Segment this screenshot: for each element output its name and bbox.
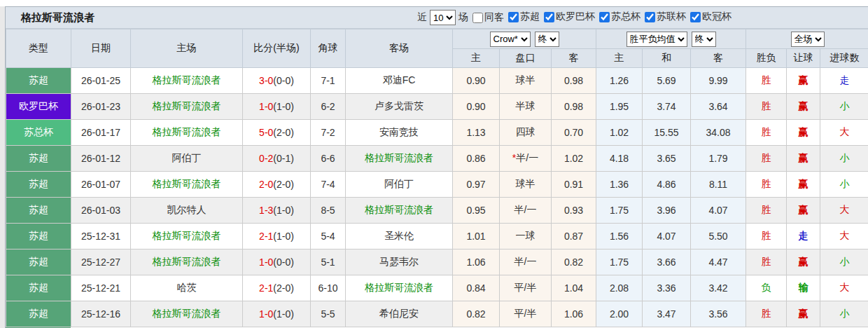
col-header-corner: 角球 [311, 29, 346, 68]
league-filter-checkbox[interactable] [599, 12, 610, 22]
scope-select[interactable]: 全场 [791, 32, 825, 47]
home-team-cell[interactable]: 格拉斯哥流浪者 [131, 68, 243, 94]
half-time-score: (0-1) [273, 153, 294, 164]
col-header-type: 类型 [6, 29, 71, 68]
home-team-cell[interactable]: 格拉斯哥流浪者 [131, 172, 243, 198]
handicap-text: 半/一 [514, 204, 537, 215]
corner-score: 8-5 [311, 198, 346, 224]
avg-away-odds: 5.50 [691, 224, 746, 250]
away-team-cell[interactable]: 圣米伦 [346, 224, 453, 250]
away-team-cell[interactable]: 安南竞技 [346, 120, 453, 146]
league-filter-4[interactable]: 欧冠杯 [690, 11, 732, 23]
half-time-score: (1-0) [273, 308, 294, 320]
table-row: 苏超25-12-21哈茨2-1(2-0)6-10格拉斯哥流浪者0.84平/半1.… [6, 275, 868, 301]
home-team-cell[interactable]: 格拉斯哥流浪者 [131, 250, 243, 275]
subcol-handicap: 盘口 [500, 49, 552, 68]
handicap-home-odds: 0.95 [453, 198, 500, 224]
avg-home-odds: 1.95 [596, 94, 643, 120]
table-row: 苏超25-12-16格拉斯哥流浪者1-0(1-0)5-5希伯尼安0.82平/半1… [6, 301, 868, 327]
handicap-away-odds: 0.70 [552, 120, 596, 146]
home-team-cell[interactable]: 格拉斯哥流浪者 [131, 120, 243, 146]
away-team-name: 马瑟韦尔 [379, 256, 419, 267]
left-gutter [0, 6, 5, 328]
match-date: 25-12-16 [71, 301, 131, 327]
avg-draw-odds: 3.74 [643, 94, 691, 120]
league-filter-checkbox[interactable] [645, 12, 655, 22]
half-time-score: (1-0) [273, 205, 294, 216]
home-team-cell[interactable]: 格拉斯哥流浪者 [131, 94, 243, 120]
result-outcome: 胜 [746, 198, 787, 224]
odds-state-select[interactable]: 终 [535, 32, 559, 47]
home-team-cell[interactable]: 格拉斯哥流浪者 [131, 301, 243, 327]
full-time-score: 1-3 [259, 205, 273, 216]
table-row: 苏超26-01-03凯尔特人1-3(1-0)8-5格拉斯哥流浪者0.95半/一0… [6, 198, 868, 224]
avg-type-select[interactable]: 胜平负均值 [626, 32, 687, 47]
handicap-away-odds: 0.98 [552, 94, 596, 120]
away-team-name: 格拉斯哥流浪者 [365, 204, 433, 215]
away-team-cell[interactable]: 格拉斯哥流浪者 [346, 146, 453, 172]
away-team-cell[interactable]: 邓迪FC [346, 68, 453, 94]
handicap-result: 赢 [787, 301, 820, 327]
handicap-line: 半/一 [500, 250, 552, 275]
corner-score: 5-5 [311, 301, 346, 327]
recent-count-select[interactable]: 10 [430, 10, 456, 25]
home-team-cell[interactable]: 格拉斯哥流浪者 [131, 224, 243, 250]
result-outcome: 胜 [746, 224, 787, 250]
home-team-name: 格拉斯哥流浪者 [153, 74, 221, 86]
same-away-label: 同客 [484, 11, 504, 24]
away-team-cell[interactable]: 阿伯丁 [346, 172, 453, 198]
handicap-line: 球半 [500, 172, 552, 198]
match-date: 26-01-07 [71, 172, 131, 198]
home-team-cell[interactable]: 凯尔特人 [131, 198, 243, 224]
avg-away-odds: 4.47 [691, 250, 746, 275]
same-away-checkbox[interactable] [472, 13, 483, 23]
handicap-line: 球半 [500, 68, 552, 94]
league-filter-3[interactable]: 苏联杯 [645, 11, 686, 23]
avg-home-odds: 2.00 [596, 301, 643, 327]
match-history-page: 格拉斯哥流浪者 近 10 场 同客 苏超欧罗巴杯苏总杯苏联杯欧冠杯 [0, 0, 868, 328]
league-filter-0[interactable]: 苏超 [508, 11, 540, 23]
subcol-odds-away: 客 [552, 49, 596, 68]
handicap-away-odds: 1.02 [552, 146, 596, 172]
table-row: 欧罗巴杯26-01-23格拉斯哥流浪者1-0(1-0)6-2卢多戈雷茨0.90半… [6, 94, 868, 120]
league-filter-label: 苏超 [520, 11, 540, 23]
away-team-cell[interactable]: 卢多戈雷茨 [346, 94, 453, 120]
league-filter-checkbox[interactable] [508, 12, 519, 22]
avg-draw-odds: 3.65 [643, 146, 691, 172]
avg-home-odds: 1.75 [596, 198, 643, 224]
avg-draw-odds: 15.55 [643, 120, 691, 146]
handicap-away-odds: 1.04 [552, 275, 596, 301]
away-team-name: 圣米伦 [384, 230, 414, 241]
near-label: 近 [417, 11, 427, 24]
full-time-score: 3-0 [259, 75, 273, 86]
away-team-cell[interactable]: 马瑟韦尔 [346, 250, 453, 275]
avg-away-odds: 1.79 [691, 146, 746, 172]
home-team-cell[interactable]: 哈茨 [131, 275, 243, 301]
league-filter-checkbox[interactable] [690, 12, 701, 22]
league-filter-1[interactable]: 欧罗巴杯 [544, 11, 595, 23]
avg-home-odds: 1.02 [596, 120, 643, 146]
league-filter-label: 苏联杯 [657, 11, 686, 23]
league-filter-checkbox[interactable] [544, 12, 554, 22]
avg-state-select[interactable]: 终 [692, 32, 716, 47]
header-row-top: 类型 日期 主场 比分(半场) 角球 客场 Crow* 终 [6, 29, 868, 49]
full-time-score: 5-0 [259, 127, 273, 138]
handicap-text: 球半 [516, 74, 536, 86]
league-filter-2[interactable]: 苏总杯 [599, 11, 640, 23]
away-team-cell[interactable]: 希伯尼安 [346, 301, 453, 327]
away-team-cell[interactable]: 格拉斯哥流浪者 [346, 198, 453, 224]
away-team-cell[interactable]: 格拉斯哥流浪者 [346, 275, 453, 301]
same-away-filter[interactable]: 同客 [472, 11, 504, 24]
home-team-cell[interactable]: 阿伯丁 [131, 146, 243, 172]
away-team-name: 格拉斯哥流浪者 [365, 282, 433, 293]
home-team-name: 格拉斯哥流浪者 [153, 230, 221, 241]
away-team-name: 安南竞技 [379, 126, 419, 137]
half-time-score: (1-0) [273, 231, 294, 242]
handicap-line: 平/半 [500, 301, 552, 327]
score-cell: 1-3(1-0) [243, 198, 311, 224]
avg-draw-odds: 3.96 [643, 198, 691, 224]
away-team-name: 希伯尼安 [379, 308, 419, 319]
league-badge: 苏超 [6, 250, 71, 275]
score-cell: 1-0(1-0) [243, 301, 311, 327]
odds-company-select[interactable]: Crow* [490, 32, 531, 47]
